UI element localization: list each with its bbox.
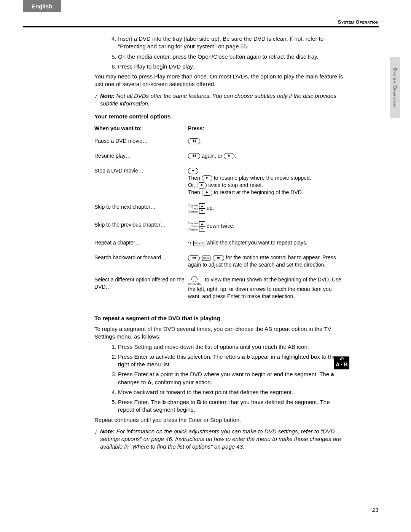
pause-button-icon [188,153,200,159]
paragraph-repeat-intro: To replay a segment of the DVD several t… [94,325,346,341]
music-note-icon: ♪ [94,428,98,435]
remote-options-table: When you want to: Press: Pause a DVD mov… [94,123,346,304]
txt: Press [118,399,134,405]
step-6-pre: Press [118,63,134,70]
ab-repeat-icon: A · B [334,356,349,369]
letter-cap-b: B [197,399,201,405]
row-pause-press: . [188,134,346,149]
repeat-steps: Press Setting and move down the list of … [94,343,346,414]
txt: , confirming your action. [151,379,212,385]
step-6: Press Play to begin DVD play. [118,63,346,70]
txt: twice to stop and reset. [207,182,263,188]
txt: to restart at the beginning of the DVD. [212,189,303,195]
row-resume-mid: again, or [200,153,224,159]
enter-key-label: Enter [134,371,148,377]
txt: to resume play where the movie stopped. [212,175,311,181]
repeat-arrow-icon: ↷ [188,240,191,246]
para-pre: You may need to press [94,73,154,80]
repeat-label: Repeat [193,241,204,246]
setting-key-label: Setting [134,343,152,350]
note-1-text: Not all DVDs offer the same features. Yo… [100,93,336,107]
txt: and move down the list of options until … [152,343,309,350]
channel-chapter-button: Channel Track Chapter ▲▼ [188,203,205,214]
row-search-label: Search backward or forward… [94,250,188,272]
txt: Press [118,353,134,360]
channel-labels: Channel Track Chapter [188,204,198,213]
txt: Repeat continues until you press the [94,417,188,423]
txt: down twice. [205,223,234,229]
table-row: Stop a DVD movie… . Then to resume play … [94,163,346,200]
letter-cap-a: A [148,379,152,385]
txt: Then [188,175,202,181]
seek-fwd-button-icon [213,255,225,261]
enter-key-label: Enter [227,293,240,299]
enter-key-label: Enter [188,417,202,423]
channel-chapter-button: Channel Track Chapter ▲▼ [188,221,205,232]
row-pause-label: Pause a DVD movie… [94,134,188,149]
row-next-chapter-press: Channel Track Chapter ▲▼ up. [188,200,346,217]
play-button-icon [224,153,234,159]
page: English System Operation System Operatio… [0,0,411,532]
play-button-icon [202,190,212,196]
page-number: 21 [372,506,379,513]
row-prev-chapter-press: Channel Track Chapter ▲▼ down twice. [188,217,346,235]
table-row: Skip to the previous chapter… Channel Tr… [94,217,346,235]
dvd-menu-label: DVD Menu [188,283,201,286]
row-stop-press: . Then to resume play where the movie st… [188,163,346,200]
step-5: On the media center, press the Open/Clos… [118,53,346,61]
txt: to make that selection. [240,293,295,299]
channel-labels: Channel Track Chapter [188,222,198,231]
table-row: Resume play… again, or . [94,149,346,163]
txt: Or, [188,182,197,188]
seek-label: Seek [202,256,210,261]
txt: . The [148,399,162,405]
play-key-label: Play [134,63,145,70]
language-tab: English [23,0,61,12]
row-search-press: Seek for the motion rate control bar to … [188,250,346,272]
enter-key-label: Enter [134,399,148,405]
table-row: Repeat a chapter… ↷ Repeat while the cha… [94,235,346,250]
note-1: ♪ Note: Not all DVDs offer the same feat… [94,92,346,108]
play-key-label-2: Play [154,73,165,80]
side-section-tab: System Operation [390,57,400,118]
row-next-chapter-label: Skip to the next chapter… [94,200,188,217]
enter-key-label: Enter [134,353,148,360]
row-option-press: DVD Menu to view the menu shown at the b… [188,272,346,304]
txt: up. [205,205,214,211]
music-note-icon: ♪ [94,93,98,99]
table-row: Select a different option offered on the… [94,272,346,304]
repeat-step-2: Press Enter to activate this selection. … [118,353,346,369]
stop-button-icon [188,168,198,174]
heading-repeat-segment: To repeat a segment of the DVD that is p… [94,315,346,322]
channel-up-down-icon: ▲▼ [199,203,205,214]
row-stop-label: Stop a DVD movie… [94,163,188,200]
note-label: Note: [100,93,115,99]
heading-remote-options: Your remote control options [94,113,346,120]
txt: Then [188,189,202,195]
step-4: Insert a DVD into the tray (label side u… [118,35,346,51]
txt: or Stop button. [202,417,241,423]
txt: changes to [118,379,148,385]
col-when: When you want to: [94,123,188,134]
repeat-step-4: Move backward or forward to the next poi… [118,388,346,396]
content-area: Insert a DVD into the tray (label side u… [94,35,346,455]
repeat-step-1: Press Setting and move down the list of … [118,343,346,351]
txt: to activate this selection. The letters [148,353,242,360]
txt: changes to [166,399,197,405]
seek-back-button-icon [188,255,200,261]
txt: while the chapter you want to repeat pla… [205,240,307,246]
col-press: Press: [188,123,346,134]
row-repeat-label: Repeat a chapter… [94,235,188,250]
note-2: ♪ Note: For information on the quick adj… [94,428,346,451]
dvd-menu-button-icon: DVD Menu [188,276,201,286]
table-row: Search backward or forward… Seek for the… [94,250,346,272]
note-label: Note: [100,428,115,435]
channel-up-down-icon: ▲▼ [199,221,205,232]
letter-a: a [331,371,334,377]
repeat-button-icon: ↷ Repeat [188,240,205,246]
txt: at a point in the DVD where you want to … [148,371,331,377]
repeat-step-3: Press Enter at a point in the DVD where … [118,371,346,386]
pause-button-icon [188,138,200,144]
row-resume-press: again, or . [188,149,346,163]
paragraph-repeat-end: Repeat continues until you press the Ent… [94,416,346,424]
